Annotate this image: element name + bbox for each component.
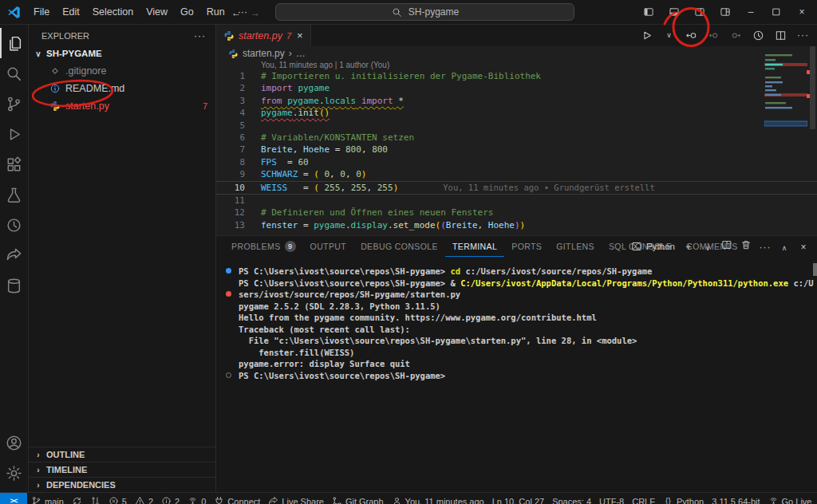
panel-tab-gitlens[interactable]: GITLENS: [549, 236, 602, 257]
panel-tab-problems[interactable]: PROBLEMS9: [224, 236, 303, 257]
status-language-mode[interactable]: {}Python: [659, 493, 708, 504]
code-line-9[interactable]: 9SCHWARZ = ( 0, 0, 0): [216, 168, 817, 180]
back-button[interactable]: ←: [231, 6, 241, 18]
minimize-button[interactable]: –: [740, 2, 761, 22]
activity-item-explorer[interactable]: [0, 28, 29, 58]
activity-item-search[interactable]: [0, 58, 29, 89]
activity-item-manage-settings[interactable]: [0, 458, 29, 488]
code-line-7[interactable]: 7Breite, Hoehe = 800, 800: [216, 144, 817, 156]
toggle-panel-button[interactable]: [664, 2, 685, 22]
panel-tab-terminal[interactable]: TERMINAL: [445, 236, 504, 257]
run-dropdown[interactable]: ∨: [663, 30, 675, 41]
status-live-share[interactable]: Live Share: [264, 493, 328, 504]
terminal-command-decoration-circle[interactable]: [226, 372, 231, 378]
minimap[interactable]: [764, 53, 807, 132]
new-terminal[interactable]: +: [683, 239, 694, 254]
status-problems-warnings[interactable]: 2: [131, 493, 157, 504]
panel-tab-output[interactable]: OUTPUT: [303, 236, 354, 257]
status-indentation[interactable]: Spaces: 4: [548, 493, 595, 504]
panel-tab-ports[interactable]: PORTS: [504, 236, 549, 257]
terminal-shell[interactable]: Python: [631, 241, 675, 252]
explorer-file--gitignore[interactable]: .gitignore: [29, 62, 215, 80]
activity-item-gitlens[interactable]: [0, 210, 29, 240]
run-button[interactable]: [641, 30, 653, 41]
tab-close-icon[interactable]: ×: [297, 30, 303, 41]
split-editor[interactable]: [775, 30, 787, 41]
customize-layout-button[interactable]: [715, 2, 736, 22]
project-root-row[interactable]: ∨ SH-PYGAME: [29, 45, 215, 62]
status-problems-errors[interactable]: 5: [105, 493, 131, 504]
editor-more-actions[interactable]: ···: [797, 30, 809, 41]
sidebar-section-outline[interactable]: ›OUTLINE: [29, 447, 215, 462]
status-blame-status[interactable]: You, 11 minutes ago: [388, 493, 488, 504]
open-changes[interactable]: [685, 30, 697, 41]
explorer-file-readme-md[interactable]: README.md: [29, 80, 215, 97]
panel-more-actions[interactable]: ···: [760, 239, 771, 254]
terminal-command-decoration-red[interactable]: [226, 291, 231, 297]
menu-item-file[interactable]: File: [27, 4, 56, 20]
forward-button[interactable]: →: [251, 6, 260, 18]
split-terminal[interactable]: [721, 239, 732, 254]
activity-item-source-control[interactable]: [0, 89, 29, 119]
sidebar-section-dependencies[interactable]: ›DEPENDENCIES: [29, 477, 215, 492]
toggle-secondary-sidebar-button[interactable]: [689, 2, 710, 22]
command-center-search[interactable]: SH-pygame: [275, 3, 574, 21]
activity-item-run-and-debug[interactable]: [0, 119, 29, 149]
editor-scrollbar[interactable]: [810, 46, 815, 129]
status-forwarded-ports[interactable]: 0: [184, 493, 210, 504]
codelens-blame[interactable]: You, 11 minutes ago | 1 author (You): [261, 61, 817, 70]
status-git-graph[interactable]: Git Graph: [328, 493, 388, 504]
panel-tab-debug-console[interactable]: DEBUG CONSOLE: [353, 236, 445, 257]
code-line-8[interactable]: 8FPS = 60: [216, 156, 817, 168]
code-editor[interactable]: You, 11 minutes ago | 1 author (You) 1# …: [216, 61, 817, 235]
sidebar-section-timeline[interactable]: ›TIMELINE: [29, 462, 215, 477]
breadcrumb[interactable]: starten.py › …: [216, 46, 817, 61]
code-line-12[interactable]: 12# Definieren und Öffnen eines neuen Fe…: [216, 207, 817, 219]
code-line-3[interactable]: 3from pygame.locals import *: [216, 95, 817, 107]
code-line-2[interactable]: 2import pygame: [216, 82, 817, 94]
status-cursor-position[interactable]: Ln 10, Col 27: [488, 493, 548, 504]
terminal-output[interactable]: PS C:\Users\ivost\source\repos\SH-pygame…: [226, 266, 812, 381]
code-line-11[interactable]: 11: [216, 195, 817, 207]
close-window-button[interactable]: ×: [791, 2, 812, 22]
activity-item-testing[interactable]: [0, 179, 29, 210]
menu-item-selection[interactable]: Selection: [86, 4, 140, 20]
status-python-interpreter[interactable]: 3.11.5 64-bit: [708, 493, 764, 504]
explorer-more-actions-icon[interactable]: ···: [194, 30, 206, 41]
close-panel[interactable]: ×: [798, 239, 809, 254]
code-line-13[interactable]: 13fenster = pygame.display.set_mode((Bre…: [216, 219, 817, 231]
status-branch-compare[interactable]: [86, 493, 105, 504]
status-problems-info[interactable]: 2: [157, 493, 184, 504]
terminal-command-decoration-blue[interactable]: [226, 268, 231, 274]
status-encoding[interactable]: UTF-8: [595, 493, 628, 504]
code-line-4[interactable]: 4pygame.init(): [216, 107, 817, 119]
activity-item-sql-database[interactable]: [0, 270, 29, 301]
maximize-panel[interactable]: ∧: [779, 239, 790, 254]
explorer-file-starten-py[interactable]: starten.py7: [29, 97, 215, 115]
next-change[interactable]: [730, 30, 742, 41]
activity-item-live-share[interactable]: [0, 240, 29, 270]
menu-item-go[interactable]: Go: [174, 4, 200, 20]
menu-item-view[interactable]: View: [140, 4, 174, 20]
code-line-6[interactable]: 6# Variablen/KONSTANTEN setzen: [216, 132, 817, 144]
activity-item-accounts[interactable]: [0, 427, 29, 458]
code-line-1[interactable]: 1# Importieren u. initialisieren der Pyg…: [216, 70, 817, 82]
status-go-live[interactable]: Go Live: [764, 493, 816, 504]
file-annotations[interactable]: [752, 30, 764, 41]
terminal-scrollbar[interactable]: [813, 263, 817, 276]
status-eol[interactable]: CRLF: [628, 493, 659, 504]
code-line-10[interactable]: 10WEISS = ( 255, 255, 255)You, 11 minute…: [216, 181, 817, 195]
activity-item-extensions[interactable]: [0, 149, 29, 179]
status-git-sync[interactable]: [68, 493, 86, 504]
restore-button[interactable]: [766, 2, 787, 22]
code-line-5[interactable]: 5: [216, 120, 817, 132]
menu-item-run[interactable]: Run: [200, 4, 231, 20]
status-sql-connect[interactable]: Connect: [210, 493, 264, 504]
launch-profile-dropdown[interactable]: ∨: [702, 239, 713, 254]
tab-starten-py[interactable]: starten.py 7 ×: [216, 24, 311, 46]
status-git-branch[interactable]: main: [27, 493, 68, 504]
kill-terminal[interactable]: [740, 239, 752, 254]
previous-change[interactable]: [708, 30, 720, 41]
menu-item-edit[interactable]: Edit: [56, 4, 86, 20]
toggle-primary-sidebar-button[interactable]: [638, 2, 659, 22]
